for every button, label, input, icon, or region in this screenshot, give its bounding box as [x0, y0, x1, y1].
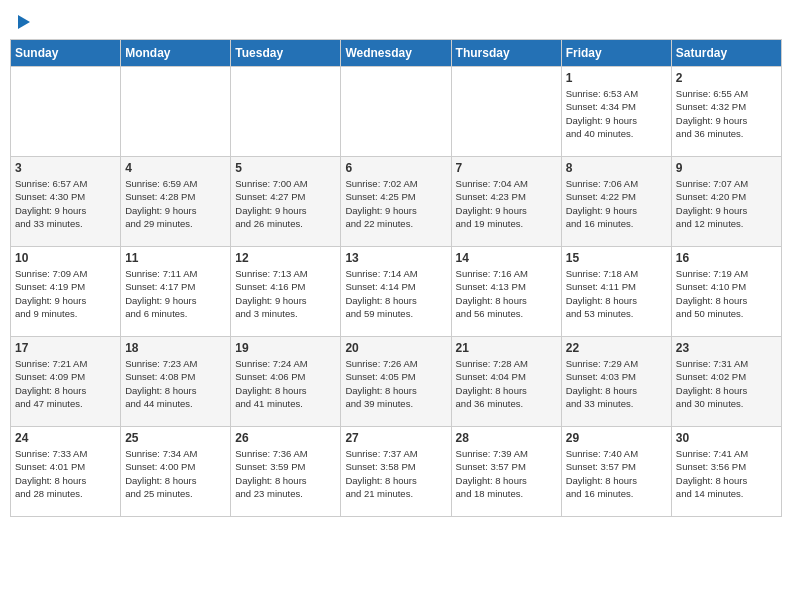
day-info: Sunrise: 7:41 AM Sunset: 3:56 PM Dayligh…: [676, 447, 777, 500]
calendar-cell: 26Sunrise: 7:36 AM Sunset: 3:59 PM Dayli…: [231, 427, 341, 517]
day-number: 29: [566, 431, 667, 445]
day-number: 7: [456, 161, 557, 175]
calendar-cell: 16Sunrise: 7:19 AM Sunset: 4:10 PM Dayli…: [671, 247, 781, 337]
calendar-cell: 1Sunrise: 6:53 AM Sunset: 4:34 PM Daylig…: [561, 67, 671, 157]
day-number: 8: [566, 161, 667, 175]
calendar-cell: 14Sunrise: 7:16 AM Sunset: 4:13 PM Dayli…: [451, 247, 561, 337]
day-info: Sunrise: 7:19 AM Sunset: 4:10 PM Dayligh…: [676, 267, 777, 320]
day-number: 3: [15, 161, 116, 175]
calendar-cell: 8Sunrise: 7:06 AM Sunset: 4:22 PM Daylig…: [561, 157, 671, 247]
day-info: Sunrise: 7:04 AM Sunset: 4:23 PM Dayligh…: [456, 177, 557, 230]
calendar-cell: [11, 67, 121, 157]
calendar-cell: 12Sunrise: 7:13 AM Sunset: 4:16 PM Dayli…: [231, 247, 341, 337]
calendar-cell: 6Sunrise: 7:02 AM Sunset: 4:25 PM Daylig…: [341, 157, 451, 247]
weekday-header: Wednesday: [341, 40, 451, 67]
day-info: Sunrise: 7:36 AM Sunset: 3:59 PM Dayligh…: [235, 447, 336, 500]
calendar-cell: 2Sunrise: 6:55 AM Sunset: 4:32 PM Daylig…: [671, 67, 781, 157]
calendar-cell: 9Sunrise: 7:07 AM Sunset: 4:20 PM Daylig…: [671, 157, 781, 247]
calendar-cell: 28Sunrise: 7:39 AM Sunset: 3:57 PM Dayli…: [451, 427, 561, 517]
day-info: Sunrise: 7:21 AM Sunset: 4:09 PM Dayligh…: [15, 357, 116, 410]
day-number: 10: [15, 251, 116, 265]
calendar-cell: [451, 67, 561, 157]
calendar-cell: 18Sunrise: 7:23 AM Sunset: 4:08 PM Dayli…: [121, 337, 231, 427]
day-info: Sunrise: 7:07 AM Sunset: 4:20 PM Dayligh…: [676, 177, 777, 230]
weekday-header: Friday: [561, 40, 671, 67]
day-info: Sunrise: 7:00 AM Sunset: 4:27 PM Dayligh…: [235, 177, 336, 230]
calendar-cell: [231, 67, 341, 157]
calendar-cell: 11Sunrise: 7:11 AM Sunset: 4:17 PM Dayli…: [121, 247, 231, 337]
day-info: Sunrise: 7:34 AM Sunset: 4:00 PM Dayligh…: [125, 447, 226, 500]
calendar-table: SundayMondayTuesdayWednesdayThursdayFrid…: [10, 39, 782, 517]
calendar-cell: 24Sunrise: 7:33 AM Sunset: 4:01 PM Dayli…: [11, 427, 121, 517]
day-number: 28: [456, 431, 557, 445]
calendar-week-row: 1Sunrise: 6:53 AM Sunset: 4:34 PM Daylig…: [11, 67, 782, 157]
day-info: Sunrise: 7:33 AM Sunset: 4:01 PM Dayligh…: [15, 447, 116, 500]
day-number: 5: [235, 161, 336, 175]
day-number: 1: [566, 71, 667, 85]
calendar-cell: 4Sunrise: 6:59 AM Sunset: 4:28 PM Daylig…: [121, 157, 231, 247]
day-info: Sunrise: 7:24 AM Sunset: 4:06 PM Dayligh…: [235, 357, 336, 410]
calendar-cell: 29Sunrise: 7:40 AM Sunset: 3:57 PM Dayli…: [561, 427, 671, 517]
day-info: Sunrise: 7:26 AM Sunset: 4:05 PM Dayligh…: [345, 357, 446, 410]
calendar-cell: [341, 67, 451, 157]
calendar-cell: 5Sunrise: 7:00 AM Sunset: 4:27 PM Daylig…: [231, 157, 341, 247]
day-number: 30: [676, 431, 777, 445]
calendar-week-row: 10Sunrise: 7:09 AM Sunset: 4:19 PM Dayli…: [11, 247, 782, 337]
day-info: Sunrise: 7:29 AM Sunset: 4:03 PM Dayligh…: [566, 357, 667, 410]
day-number: 22: [566, 341, 667, 355]
calendar-cell: 22Sunrise: 7:29 AM Sunset: 4:03 PM Dayli…: [561, 337, 671, 427]
day-info: Sunrise: 7:09 AM Sunset: 4:19 PM Dayligh…: [15, 267, 116, 320]
logo-arrow-icon: [18, 15, 30, 29]
day-number: 21: [456, 341, 557, 355]
calendar-cell: [121, 67, 231, 157]
day-number: 23: [676, 341, 777, 355]
weekday-header: Tuesday: [231, 40, 341, 67]
day-info: Sunrise: 7:14 AM Sunset: 4:14 PM Dayligh…: [345, 267, 446, 320]
day-info: Sunrise: 7:02 AM Sunset: 4:25 PM Dayligh…: [345, 177, 446, 230]
day-number: 26: [235, 431, 336, 445]
day-number: 6: [345, 161, 446, 175]
day-info: Sunrise: 7:40 AM Sunset: 3:57 PM Dayligh…: [566, 447, 667, 500]
day-number: 2: [676, 71, 777, 85]
calendar-cell: 23Sunrise: 7:31 AM Sunset: 4:02 PM Dayli…: [671, 337, 781, 427]
day-number: 16: [676, 251, 777, 265]
day-info: Sunrise: 7:37 AM Sunset: 3:58 PM Dayligh…: [345, 447, 446, 500]
calendar-cell: 25Sunrise: 7:34 AM Sunset: 4:00 PM Dayli…: [121, 427, 231, 517]
calendar-week-row: 24Sunrise: 7:33 AM Sunset: 4:01 PM Dayli…: [11, 427, 782, 517]
day-info: Sunrise: 7:28 AM Sunset: 4:04 PM Dayligh…: [456, 357, 557, 410]
calendar-cell: 27Sunrise: 7:37 AM Sunset: 3:58 PM Dayli…: [341, 427, 451, 517]
calendar-cell: 30Sunrise: 7:41 AM Sunset: 3:56 PM Dayli…: [671, 427, 781, 517]
day-number: 13: [345, 251, 446, 265]
calendar-cell: 15Sunrise: 7:18 AM Sunset: 4:11 PM Dayli…: [561, 247, 671, 337]
calendar-cell: 13Sunrise: 7:14 AM Sunset: 4:14 PM Dayli…: [341, 247, 451, 337]
day-info: Sunrise: 6:59 AM Sunset: 4:28 PM Dayligh…: [125, 177, 226, 230]
weekday-header: Sunday: [11, 40, 121, 67]
day-number: 14: [456, 251, 557, 265]
day-number: 24: [15, 431, 116, 445]
day-info: Sunrise: 7:06 AM Sunset: 4:22 PM Dayligh…: [566, 177, 667, 230]
day-number: 18: [125, 341, 226, 355]
day-info: Sunrise: 6:55 AM Sunset: 4:32 PM Dayligh…: [676, 87, 777, 140]
day-info: Sunrise: 7:39 AM Sunset: 3:57 PM Dayligh…: [456, 447, 557, 500]
day-info: Sunrise: 7:31 AM Sunset: 4:02 PM Dayligh…: [676, 357, 777, 410]
day-number: 27: [345, 431, 446, 445]
day-number: 17: [15, 341, 116, 355]
day-info: Sunrise: 7:23 AM Sunset: 4:08 PM Dayligh…: [125, 357, 226, 410]
calendar-cell: 10Sunrise: 7:09 AM Sunset: 4:19 PM Dayli…: [11, 247, 121, 337]
day-info: Sunrise: 6:53 AM Sunset: 4:34 PM Dayligh…: [566, 87, 667, 140]
day-number: 15: [566, 251, 667, 265]
calendar-cell: 17Sunrise: 7:21 AM Sunset: 4:09 PM Dayli…: [11, 337, 121, 427]
calendar-cell: 3Sunrise: 6:57 AM Sunset: 4:30 PM Daylig…: [11, 157, 121, 247]
day-number: 20: [345, 341, 446, 355]
weekday-header: Thursday: [451, 40, 561, 67]
day-number: 4: [125, 161, 226, 175]
day-info: Sunrise: 6:57 AM Sunset: 4:30 PM Dayligh…: [15, 177, 116, 230]
day-number: 25: [125, 431, 226, 445]
calendar-cell: 20Sunrise: 7:26 AM Sunset: 4:05 PM Dayli…: [341, 337, 451, 427]
calendar-week-row: 17Sunrise: 7:21 AM Sunset: 4:09 PM Dayli…: [11, 337, 782, 427]
day-info: Sunrise: 7:11 AM Sunset: 4:17 PM Dayligh…: [125, 267, 226, 320]
calendar-cell: 21Sunrise: 7:28 AM Sunset: 4:04 PM Dayli…: [451, 337, 561, 427]
day-number: 11: [125, 251, 226, 265]
day-info: Sunrise: 7:16 AM Sunset: 4:13 PM Dayligh…: [456, 267, 557, 320]
calendar-cell: 19Sunrise: 7:24 AM Sunset: 4:06 PM Dayli…: [231, 337, 341, 427]
